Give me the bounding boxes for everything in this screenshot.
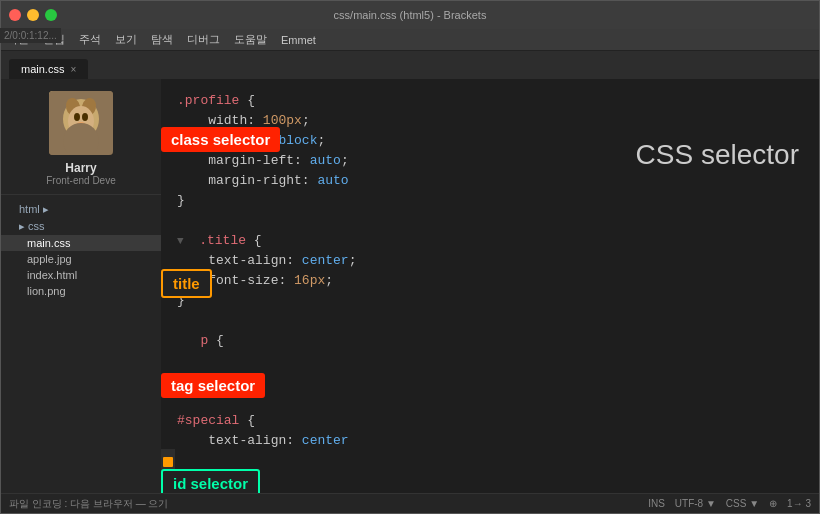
code-line: text-align: center xyxy=(177,431,803,449)
tree-item-css-folder[interactable]: ▸ css xyxy=(1,218,161,235)
menu-debug[interactable]: 디버그 xyxy=(187,32,220,47)
code-line: width: 100px; xyxy=(177,111,803,131)
code-line: } xyxy=(177,291,803,311)
svg-point-5 xyxy=(74,113,80,121)
menu-comment[interactable]: 주석 xyxy=(79,32,101,47)
editor-area: class selector title tag selector id sel… xyxy=(161,79,819,493)
code-editor[interactable]: .profile { width: 100px; display: block;… xyxy=(161,79,819,449)
code-line: font-size: 16px; xyxy=(177,271,803,291)
tab-bar: main.css × xyxy=(1,51,819,79)
code-line: ▼ .title { xyxy=(177,231,803,251)
avatar-image xyxy=(49,91,113,155)
avatar-svg xyxy=(49,91,113,155)
annotation-id-selector: id selector xyxy=(161,469,260,493)
editor-right-sidebar xyxy=(161,449,175,493)
profile-section: Harry Front-end Deve xyxy=(1,79,161,195)
code-line: } xyxy=(177,191,803,211)
window-controls xyxy=(9,9,57,21)
window-title: css/main.css (html5) - Brackets xyxy=(334,9,487,21)
maximize-button[interactable] xyxy=(45,9,57,21)
tab-close-icon[interactable]: × xyxy=(70,64,76,75)
code-line: display: block; xyxy=(177,131,803,151)
profile-name: Harry xyxy=(65,161,96,175)
svg-point-6 xyxy=(82,113,88,121)
menu-emmet[interactable]: Emmet xyxy=(281,34,316,46)
tree-item-lion[interactable]: lion.png xyxy=(1,283,161,299)
minimize-button[interactable] xyxy=(27,9,39,21)
code-line: #special { xyxy=(177,411,803,431)
title-bar: css/main.css (html5) - Brackets xyxy=(1,1,819,29)
tree-item-index[interactable]: index.html xyxy=(1,267,161,283)
status-plus[interactable]: ⊕ xyxy=(769,498,777,509)
scrollbar-track xyxy=(163,481,173,483)
code-line: margin-right: auto xyxy=(177,171,803,191)
status-bar: 파일 인코딩 : 다음 브라우저 — 으기 INS UTF-8 ▼ CSS ▼ … xyxy=(1,493,819,513)
menu-bar: 파일 편집 주석 보기 탐색 디버그 도움말 Emmet xyxy=(1,29,819,51)
code-line: .profile { xyxy=(177,91,803,111)
code-line: p { xyxy=(177,331,803,351)
app-window: css/main.css (html5) - Brackets 파일 편집 주석… xyxy=(0,0,820,514)
tab-label: main.css xyxy=(21,63,64,75)
tree-item-main-css[interactable]: main.css xyxy=(1,235,161,251)
code-line xyxy=(177,211,803,231)
status-right-items: INS UTF-8 ▼ CSS ▼ ⊕ 1→ 3 xyxy=(648,498,811,509)
code-line: text-align: center; xyxy=(177,251,803,271)
status-position: 1→ 3 xyxy=(787,498,811,509)
tree-item-html[interactable]: html ▸ xyxy=(1,201,161,218)
scrollbar-track xyxy=(163,487,173,489)
menu-nav[interactable]: 탐색 xyxy=(151,32,173,47)
sidebar: Harry Front-end Deve html ▸ ▸ css main.c… xyxy=(1,79,161,493)
code-line xyxy=(177,351,803,371)
file-tree: html ▸ ▸ css main.css apple.jpg index.ht… xyxy=(1,195,161,493)
code-line xyxy=(177,311,803,331)
tree-item-apple[interactable]: apple.jpg xyxy=(1,251,161,267)
menu-help[interactable]: 도움말 xyxy=(234,32,267,47)
menu-view[interactable]: 보기 xyxy=(115,32,137,47)
avatar xyxy=(49,91,113,155)
profile-role: Front-end Deve xyxy=(46,175,115,186)
code-line: margin-left: auto; xyxy=(177,151,803,171)
minimap-accent xyxy=(163,457,173,467)
code-line xyxy=(177,391,803,411)
ip-address: 2/0:0:1:12... xyxy=(0,28,61,43)
status-encoding[interactable]: UTF-8 ▼ xyxy=(675,498,716,509)
code-line: } xyxy=(177,371,803,391)
main-layout: Harry Front-end Deve html ▸ ▸ css main.c… xyxy=(1,79,819,493)
status-lang[interactable]: CSS ▼ xyxy=(726,498,759,509)
close-button[interactable] xyxy=(9,9,21,21)
status-left-text: 파일 인코딩 : 다음 브라우저 — 으기 xyxy=(9,497,168,511)
status-ins: INS xyxy=(648,498,665,509)
scrollbar-track xyxy=(163,475,173,477)
tab-main-css[interactable]: main.css × xyxy=(9,59,88,79)
